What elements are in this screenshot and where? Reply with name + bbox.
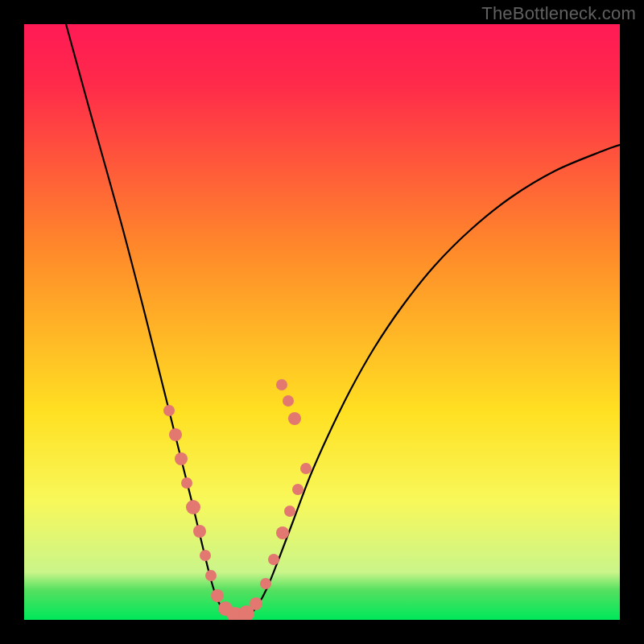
data-dot [283,395,294,407]
curve-layer [24,24,620,620]
watermark-text: TheBottleneck.com [481,3,636,24]
data-dot [205,570,217,581]
data-dot [163,405,175,416]
plot-area [24,24,620,620]
data-dot [276,379,287,390]
data-dot [276,526,289,539]
chart-frame: TheBottleneck.com [0,0,644,644]
data-dot [211,589,224,602]
data-dots [163,379,312,620]
data-dot [260,578,271,589]
data-dot [300,463,312,474]
data-dot [284,506,295,517]
data-dot [200,550,211,561]
data-dot [288,412,301,425]
data-dot [175,452,188,465]
data-dot [250,597,262,610]
bottleneck-curve [66,24,620,618]
data-dot [193,525,206,538]
data-dot [268,554,279,565]
data-dot [292,484,303,495]
data-dot [181,477,192,489]
data-dot [186,500,200,514]
data-dot [169,428,182,441]
